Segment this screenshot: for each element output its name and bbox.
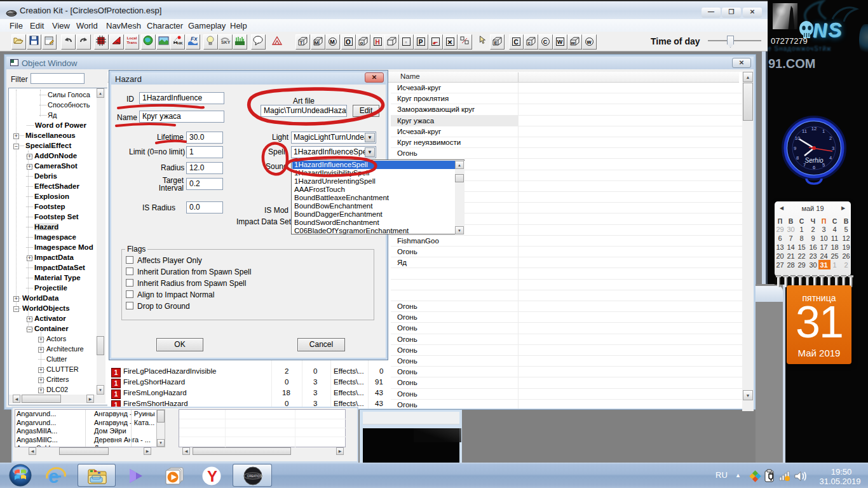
svg-text:w: w [571, 40, 576, 46]
svg-text:12: 12 [811, 126, 817, 132]
svg-text:4: 4 [829, 155, 832, 161]
svg-text:1: 1 [822, 128, 825, 134]
svg-text:c: c [528, 40, 531, 46]
svg-text:11: 11 [802, 128, 807, 134]
svg-text:8: 8 [796, 155, 799, 161]
svg-text:SKY: SKY [221, 40, 231, 44]
svg-text:10: 10 [795, 135, 800, 141]
svg-text:Serhio: Serhio [805, 157, 824, 164]
svg-text:6: 6 [813, 165, 815, 170]
svg-text:Y: Y [207, 468, 217, 485]
svg-text:HK: HK [177, 41, 183, 45]
svg-text:M: M [315, 40, 319, 46]
svg-text:9: 9 [794, 146, 796, 151]
svg-text:CREATION: CREATION [247, 475, 262, 478]
svg-text:Fx: Fx [191, 36, 198, 42]
svg-text:o: o [360, 40, 363, 46]
svg-text:E: E [494, 40, 498, 46]
svg-text:2: 2 [829, 135, 832, 141]
svg-text:3: 3 [832, 146, 834, 151]
svg-text:T: T [300, 40, 303, 46]
